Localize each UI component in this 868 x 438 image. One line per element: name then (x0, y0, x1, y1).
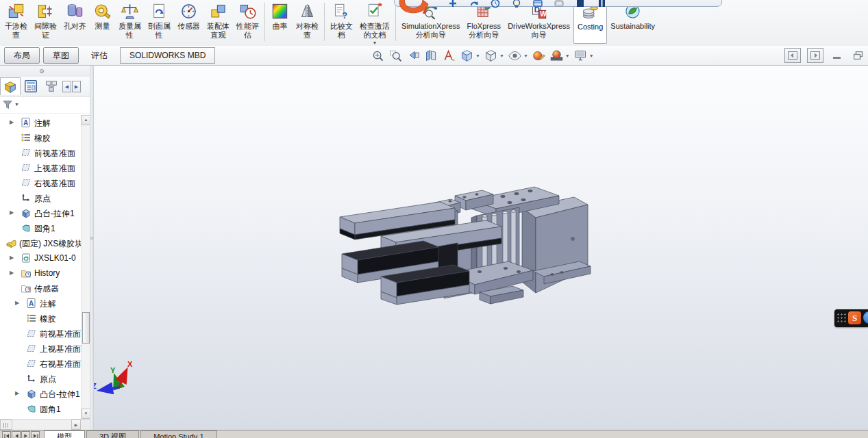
zoom-to-area-button[interactable] (388, 49, 403, 63)
document-tab-motion-study-1[interactable]: Motion Study 1 (140, 430, 216, 438)
tree-item--1[interactable]: 圆角1 (0, 220, 81, 235)
expand-arrow-icon[interactable]: ▶ (15, 300, 19, 306)
view-settings-button[interactable]: ▼ (573, 49, 594, 63)
annotation-view-button[interactable] (442, 49, 456, 63)
dropdown-caret-icon[interactable]: ▼ (589, 53, 594, 58)
expand-arrow-icon[interactable]: ▶ (10, 210, 14, 216)
tree-item--1[interactable]: ▶凸台-拉伸1 (0, 205, 81, 220)
dock-panel-right-button[interactable] (807, 48, 823, 63)
featuremanager-tab[interactable] (0, 77, 21, 95)
dropdown-caret-icon[interactable]: ▼ (565, 53, 570, 58)
document-tab-3d-[interactable]: 3D 视图 (86, 430, 139, 438)
tree-item--[interactable]: 橡胶 (0, 130, 81, 145)
tree-item--1[interactable]: ▶凸台-拉伸1 (0, 386, 81, 401)
minimize-window-button[interactable] (830, 49, 845, 62)
expand-arrow-icon[interactable]: ▶ (10, 120, 14, 125)
previous-view-button[interactable] (406, 49, 421, 63)
tab--[interactable]: 评估 (82, 48, 116, 63)
taskbar-app-icon[interactable] (863, 311, 868, 324)
dropdown-caret-icon[interactable]: ▼ (523, 53, 528, 58)
tree-item--[interactable]: 橡胶 (0, 311, 81, 326)
section-view-button[interactable] (424, 49, 438, 63)
tree-item-label: 凸台-拉伸1 (34, 208, 75, 220)
display-style-button[interactable]: ▼ (484, 49, 504, 63)
ribbon-item-mass-properties[interactable]: 质量属 性 (115, 0, 145, 44)
tree-horizontal-scrollbar[interactable]: ▶ (0, 419, 90, 430)
expand-arrow-icon[interactable]: ▶ (15, 391, 19, 396)
ribbon-item-section-properties[interactable]: 剖面属 性 (145, 0, 174, 44)
zoom-to-fit-button[interactable] (371, 49, 385, 63)
configurationmanager-tab[interactable] (41, 77, 62, 95)
propertymanager-tab[interactable] (21, 77, 41, 95)
tree-item--[interactable]: 右视基准面 (0, 356, 81, 371)
tree-item-jxslk01-0[interactable]: ▶JXSLK01-0 (0, 250, 81, 266)
tree-item--[interactable]: 前视基准面 (0, 326, 81, 341)
expand-arrow-icon[interactable]: ▶ (10, 270, 14, 276)
restore-window-button[interactable] (851, 49, 866, 62)
ribbon-item-check-active-document[interactable]: *检查激活 的文档▼ (356, 0, 393, 44)
view-orientation-button[interactable]: ▼ (460, 49, 480, 63)
ribbon-item-symmetry-check[interactable]: 对称检 查 (293, 0, 322, 44)
plus-icon[interactable] (448, 0, 458, 8)
ribbon-item-sensor[interactable]: 传感器 (174, 0, 203, 44)
tree-vertical-scrollbar[interactable]: ▲ ▼ (81, 115, 90, 419)
tree-item-history[interactable]: ▶History (0, 266, 81, 281)
tab-solidworks-mbd[interactable]: SOLIDWORKS MBD (120, 47, 215, 64)
clock-icon[interactable] (491, 0, 500, 8)
ribbon-item-performance-evaluation[interactable]: 性能评 估 (233, 0, 262, 44)
document-tab--[interactable]: 模型 (44, 430, 85, 438)
panel-tab-scroll-right[interactable]: ▶ (72, 81, 81, 92)
tree-item--[interactable]: 右视基准面 (0, 175, 81, 190)
ribbon-item-measure[interactable]: 测量 (90, 0, 115, 44)
redo-icon[interactable] (469, 0, 479, 8)
ribbon-item-compare-documents[interactable]: ?比较文 档 (327, 0, 356, 44)
tree-item--1[interactable]: 圆角1 (0, 401, 81, 416)
first-tab-button[interactable] (2, 431, 11, 438)
tree-item--[interactable]: 原点 (0, 371, 81, 386)
expand-arrow-icon[interactable]: ▶ (10, 255, 14, 261)
tree-filter[interactable]: ▼ (0, 96, 90, 114)
tree-item--[interactable]: ▶A注解 (0, 115, 81, 130)
gripper-assembly-model[interactable] (94, 66, 868, 430)
tree-item--[interactable]: 前视基准面 (0, 145, 81, 160)
panel-tab-scroll-left[interactable]: ◀ (62, 81, 71, 92)
hscroll-grip[interactable] (0, 420, 12, 430)
ribbon-item-assembly-visualization[interactable]: 装配体 直观 (203, 0, 233, 44)
previous-tab-button[interactable] (12, 431, 21, 438)
badge-20-icon[interactable]: 20 (554, 0, 564, 8)
bulb-icon[interactable] (512, 0, 521, 8)
dock-panel-left-button[interactable] (784, 48, 801, 63)
dropdown-caret-icon[interactable]: ▼ (373, 40, 377, 45)
tree-item--[interactable]: 传感器 (0, 281, 81, 296)
tree-item--[interactable]: 上视基准面 (0, 341, 81, 356)
apply-scene-button[interactable]: ▼ (549, 49, 570, 63)
tree-item--jxs-[interactable]: (固定) JXS橡胶块 (0, 235, 81, 250)
card-icon[interactable] (533, 0, 543, 8)
graphics-area[interactable]: X Y Z S (94, 66, 868, 430)
tree-item--[interactable]: 上视基准面 (0, 160, 81, 175)
filter-dropdown-caret[interactable]: ▼ (14, 102, 19, 107)
hide-show-items-button[interactable]: ▼ (508, 49, 528, 63)
ribbon-item-interference-check[interactable]: 干涉检 查 (1, 0, 31, 44)
ribbon-item-hole-alignment[interactable]: 孔对齐 (60, 0, 90, 44)
floating-taskbar[interactable]: S (834, 309, 868, 327)
dropdown-caret-icon[interactable]: ▼ (475, 53, 480, 58)
dropdown-caret-icon[interactable]: ▼ (499, 53, 504, 58)
tree-item--[interactable]: 原点 (0, 190, 81, 205)
panel-split-handle[interactable] (0, 66, 90, 77)
next-tab-button[interactable] (21, 431, 30, 438)
window-icon[interactable] (575, 0, 585, 8)
tree-item--[interactable]: ▶A注解 (0, 296, 81, 311)
edit-appearance-button[interactable] (532, 49, 546, 63)
solidworks-taskbar-icon[interactable]: S (848, 311, 861, 324)
tab--[interactable]: 草图 (43, 47, 79, 64)
hscroll-track[interactable] (12, 420, 71, 430)
tab--[interactable]: 布局 (4, 47, 40, 64)
ribbon-item-curvature[interactable]: 曲率 (267, 0, 293, 44)
pause-icon[interactable] (597, 0, 606, 8)
scroll-thumb[interactable] (82, 312, 90, 344)
fillet-icon (26, 403, 37, 414)
ribbon-item-clearance-verification[interactable]: 间隙验 证 (31, 0, 60, 44)
scroll-right-button[interactable]: ▶ (71, 420, 81, 430)
last-tab-button[interactable] (31, 431, 40, 438)
